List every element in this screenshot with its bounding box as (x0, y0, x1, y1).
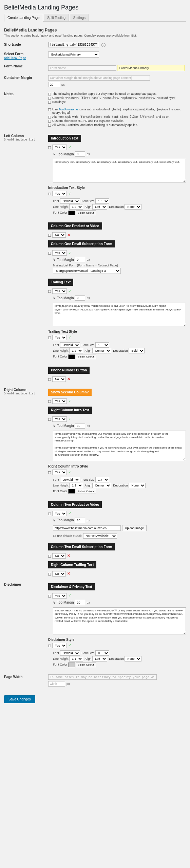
trailing-textarea[interactable]: [bmfa]fa-phone-square[/bmfa] You're welc… (53, 303, 186, 326)
col1-email-margin-input[interactable] (75, 257, 85, 262)
bullet-icon (48, 101, 51, 104)
rc-trailing-toggle[interactable]: No (52, 571, 66, 577)
intro-fontsize-select[interactable]: 1.3 (95, 198, 109, 204)
container-margin-input[interactable] (48, 82, 60, 87)
expand-icon[interactable] (48, 193, 51, 195)
tab-settings[interactable]: Settings (70, 14, 89, 21)
mailing-select[interactable]: MortgageBrokerManual - Landing Pa (53, 268, 121, 274)
expand-icon[interactable] (48, 290, 51, 293)
upload-image-btn[interactable]: Upload Image (122, 525, 147, 531)
disclaimer-style-toggle[interactable]: Yes (52, 643, 67, 648)
intro-lh-select[interactable]: 1.2 (69, 204, 83, 210)
col1-product-toggle[interactable]: No (52, 232, 66, 238)
col2-product-margin-input[interactable] (75, 518, 85, 523)
intro-margin-input[interactable] (75, 151, 85, 157)
expand-icon[interactable] (48, 252, 51, 255)
shortcode-input[interactable] (48, 42, 99, 47)
intro-color-btn[interactable]: Select Colour (76, 210, 96, 215)
top-margin-label: Top Margin (57, 152, 74, 156)
expand-icon[interactable] (48, 234, 51, 237)
arrow-icon: ↳ (53, 601, 56, 604)
check-icon: ✓ (68, 335, 71, 340)
trailing-style-toggle[interactable]: Yes (52, 335, 67, 340)
check-icon: ✓ (68, 251, 71, 255)
rc-intro-textarea[interactable]: [bmfa color='green']fa-check[/bmfa] Our … (53, 431, 186, 461)
page-width-input[interactable] (48, 681, 65, 687)
arrow-icon: ↳ (53, 152, 56, 156)
col1-email-toggle[interactable]: Yes (52, 250, 67, 256)
section-col1-product: Column One Product or Video (48, 222, 102, 230)
rc-lh-select[interactable]: 1.2 (69, 483, 83, 488)
expand-icon[interactable] (48, 146, 51, 149)
col2-product-toggle[interactable]: Yes (52, 511, 67, 516)
disclaimer-deco-select[interactable]: None (125, 656, 141, 661)
intro-font-select[interactable]: Oswald (60, 198, 80, 204)
phone-btn-toggle[interactable]: No (52, 376, 66, 382)
select-form-dropdown[interactable]: BrokerManualPrimary (48, 51, 99, 58)
col2-product-url-input[interactable] (53, 525, 121, 531)
expand-icon[interactable] (48, 595, 51, 598)
intro-style-toggle[interactable]: Yes (52, 191, 67, 196)
expand-icon[interactable] (48, 555, 51, 558)
tab-split-testing[interactable]: Split Testing (44, 14, 69, 21)
expand-icon[interactable] (48, 471, 51, 474)
rc-color-btn[interactable]: Select Colour (76, 489, 96, 494)
rc-deco-select[interactable]: None (129, 483, 146, 488)
check-icon: ✓ (68, 593, 71, 598)
disclaimer-style-label: Disclaimer Style (48, 638, 186, 642)
show-second-toggle[interactable]: Yes (52, 398, 67, 404)
disclaimer-lh-select[interactable]: 1.1 (69, 656, 83, 661)
intro-text-toggle[interactable]: Yes (52, 145, 67, 150)
fontawesome-link[interactable]: FontAwesome (59, 108, 78, 111)
notes-label: Notes (4, 91, 48, 96)
expand-icon[interactable] (48, 400, 51, 403)
rc-font-select[interactable]: Oswald (60, 477, 80, 482)
trailing-color-btn[interactable]: Select Colour (76, 354, 96, 359)
bullet-icon (48, 124, 51, 127)
add-new-page-link[interactable]: Add New Page (4, 56, 26, 60)
px-unit: px (61, 83, 65, 86)
expand-icon[interactable] (48, 645, 51, 647)
disclaimer-color-btn[interactable]: Select Colour (76, 662, 96, 667)
disclaimer-font-select[interactable]: Oswald (60, 650, 80, 656)
select-form-label: Select Form Add New Page (4, 51, 48, 60)
note-text: Custom shortcode H1, H2 and H3 tags are … (52, 119, 124, 123)
bullet-icon (48, 108, 51, 111)
expand-icon[interactable] (48, 418, 51, 421)
help-icon[interactable]: ? (101, 43, 106, 47)
tab-create-landing[interactable]: Create Landing Page (4, 14, 43, 22)
rc-fontsize-select[interactable]: 1.4 (95, 477, 109, 482)
intro-textarea[interactable]: Introductory text. Introductory text. In… (53, 159, 186, 182)
trailing-toggle[interactable]: Yes (52, 288, 67, 294)
disclaimer-fontsize-select[interactable]: 0.8 (95, 650, 109, 656)
expand-icon[interactable] (48, 513, 51, 515)
expand-icon[interactable] (48, 337, 51, 339)
trailing-style-label: Trailing Text Style (48, 330, 186, 333)
default-ebook-select[interactable]: Not Yet Available (83, 533, 117, 539)
trailing-lh-select[interactable]: 1.2 (69, 348, 83, 353)
section-rc-trailing: Right Column Trailing Text (48, 561, 96, 568)
expand-icon[interactable] (48, 378, 51, 381)
trailing-font-select[interactable]: Oswald (60, 342, 80, 348)
expand-icon[interactable] (48, 573, 51, 576)
trailing-margin-input[interactable] (75, 295, 85, 301)
container-margin-hint (48, 75, 150, 81)
trailing-fontsize-select[interactable]: 1.3 (95, 342, 109, 348)
save-changes-button[interactable]: Save Changes (4, 695, 35, 703)
intro-desc: This section creates basic "quick and ea… (4, 34, 186, 37)
trailing-deco-select[interactable]: Bold (129, 348, 145, 353)
rc-intro-toggle[interactable]: Yes (52, 416, 67, 422)
disclaimer-textarea[interactable]: BELIEF MEDIA has no connection with Face… (53, 607, 186, 634)
intro-deco-select[interactable]: None (125, 204, 141, 210)
trailing-align-select[interactable]: Center (92, 348, 111, 353)
col2-email-toggle[interactable]: No (52, 553, 66, 559)
top-margin-label: Top Margin (57, 296, 74, 300)
rc-align-select[interactable]: Center (92, 483, 111, 488)
disclaimer-align-select[interactable]: Left (92, 656, 107, 661)
check-icon: ✓ (68, 289, 71, 294)
disclaimer-margin-input[interactable] (75, 600, 85, 605)
rc-intro-style-toggle[interactable]: Yes (52, 470, 67, 475)
disclaimer-toggle[interactable]: Yes (52, 593, 67, 599)
rc-intro-margin-input[interactable] (75, 423, 85, 429)
intro-align-select[interactable]: Left (92, 204, 107, 210)
